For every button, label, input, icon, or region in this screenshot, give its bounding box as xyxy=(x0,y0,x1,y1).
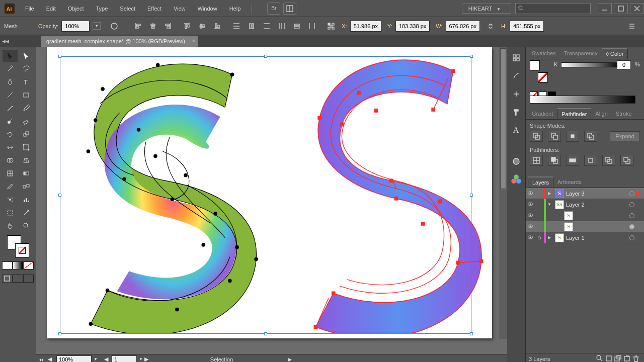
graphic-styles-panel-icon[interactable] xyxy=(510,173,523,186)
exclude-button[interactable] xyxy=(584,131,597,142)
tab-swatches[interactable]: Swatches xyxy=(528,48,560,58)
color-fill-stroke[interactable] xyxy=(530,60,548,82)
shape-builder-tool[interactable] xyxy=(3,154,18,166)
h-field[interactable]: 451.555 px xyxy=(510,21,544,32)
intersect-button[interactable] xyxy=(566,131,579,142)
paintbrush-tool[interactable] xyxy=(3,102,18,114)
blob-brush-tool[interactable] xyxy=(3,115,18,127)
visibility-toggle[interactable] xyxy=(526,212,535,219)
mesh-tool[interactable] xyxy=(3,167,18,179)
menu-help[interactable]: Help xyxy=(223,0,247,17)
new-sublayer-icon[interactable] xyxy=(614,354,623,363)
tab-transparency[interactable]: Transparency xyxy=(560,48,602,58)
document-tab[interactable]: gradient mesh_complex shape* @ 100% (RGB… xyxy=(41,36,198,47)
paragraph-panel-icon[interactable] xyxy=(510,106,523,119)
align-panel-icon[interactable] xyxy=(510,51,523,64)
dist-hcenter-icon[interactable] xyxy=(291,21,303,32)
rotate-tool[interactable] xyxy=(3,128,18,140)
close-tab-icon[interactable]: × xyxy=(192,38,195,44)
layer-name[interactable]: Layer 2 xyxy=(566,202,628,208)
brushes-panel-icon[interactable] xyxy=(510,69,523,82)
x-field[interactable]: 51.986 px xyxy=(350,21,381,32)
crop-button[interactable] xyxy=(584,155,597,166)
pencil-tool[interactable] xyxy=(19,102,34,114)
canvas-area[interactable]: ⏮ ◀ 100% ▼ ◀ 1 ▼ ▶ Selection ▶ xyxy=(36,47,507,362)
scale-tool[interactable] xyxy=(19,128,34,140)
slice-tool[interactable] xyxy=(19,207,34,219)
line-tool[interactable] xyxy=(3,89,18,101)
recolor-icon[interactable] xyxy=(108,21,120,32)
target-icon[interactable] xyxy=(629,235,634,240)
hand-tool[interactable] xyxy=(3,220,18,232)
menu-view[interactable]: View xyxy=(168,0,192,17)
zoom-tool[interactable] xyxy=(19,220,34,232)
delete-layer-icon[interactable] xyxy=(632,354,641,363)
eraser-tool[interactable] xyxy=(19,115,34,127)
lock-toggle[interactable] xyxy=(535,234,544,241)
layer-row[interactable]: S xyxy=(526,221,644,232)
visibility-toggle[interactable] xyxy=(526,190,535,197)
zoom-field[interactable]: 100% xyxy=(56,355,92,363)
zoom-dropdown[interactable]: ▼ xyxy=(94,357,98,361)
tab-align[interactable]: Align xyxy=(591,109,611,119)
transform-ref-icon[interactable] xyxy=(325,21,337,32)
target-icon[interactable] xyxy=(629,224,634,229)
layer-row[interactable]: ▶SLayer 1 xyxy=(526,232,644,243)
dist-top-icon[interactable] xyxy=(230,21,243,32)
arrange-docs-button[interactable] xyxy=(283,3,296,15)
width-tool[interactable] xyxy=(3,141,18,153)
pen-tool[interactable] xyxy=(3,76,18,88)
align-right-icon[interactable] xyxy=(162,21,174,32)
direct-selection-tool[interactable] xyxy=(19,50,34,62)
menu-object[interactable]: Object xyxy=(62,0,90,17)
gradient-tool[interactable] xyxy=(19,167,34,179)
divide-button[interactable] xyxy=(530,155,543,166)
artboard-field[interactable]: 1 xyxy=(112,355,137,363)
artboard-prev-icon[interactable]: ◀ xyxy=(103,356,110,362)
twirl-icon[interactable]: ▼ xyxy=(546,202,553,207)
y-field[interactable]: 103.338 px xyxy=(395,21,430,32)
merge-button[interactable] xyxy=(566,155,579,166)
align-vcenter-icon[interactable] xyxy=(196,21,208,32)
tab-pathfinder[interactable]: Pathfinder xyxy=(557,108,591,119)
vertical-scrollbar[interactable] xyxy=(499,47,507,339)
dist-left-icon[interactable] xyxy=(276,21,288,32)
controlbar-menu-icon[interactable] xyxy=(626,21,638,32)
target-icon[interactable] xyxy=(629,191,634,196)
new-layer-icon[interactable] xyxy=(623,354,632,363)
menu-edit[interactable]: Edit xyxy=(40,0,62,17)
color-mode-strip[interactable] xyxy=(2,261,34,269)
visibility-toggle[interactable] xyxy=(526,223,535,230)
menu-window[interactable]: Window xyxy=(192,0,223,17)
bridge-button[interactable]: Br xyxy=(267,3,280,15)
color-slider[interactable] xyxy=(561,62,621,67)
align-hcenter-icon[interactable] xyxy=(147,21,159,32)
target-icon[interactable] xyxy=(629,213,634,218)
screen-mode-strip[interactable] xyxy=(2,275,34,283)
artboard-tool[interactable] xyxy=(3,207,18,219)
tab-color[interactable]: ◊ Color xyxy=(602,48,628,59)
menu-effect[interactable]: Effect xyxy=(141,0,168,17)
workspace-switcher[interactable]: HIKEART ▼ xyxy=(462,4,511,14)
dist-right-icon[interactable] xyxy=(306,21,318,32)
layer-row[interactable]: ▼SSLayer 2 xyxy=(526,199,644,210)
status-flyout-icon[interactable]: ▶ xyxy=(288,357,292,362)
layer-name[interactable]: Layer 3 xyxy=(566,191,628,197)
minus-back-button[interactable] xyxy=(620,155,633,166)
dist-bottom-icon[interactable] xyxy=(261,21,273,32)
layer-row[interactable]: S xyxy=(526,210,644,221)
menu-type[interactable]: Type xyxy=(90,0,114,17)
column-graph-tool[interactable] xyxy=(19,194,34,206)
prev-artboard-icon[interactable]: ◀ xyxy=(45,356,54,362)
tab-stroke[interactable]: Stroke xyxy=(612,109,636,119)
tab-gradient[interactable]: Gradient xyxy=(528,109,557,119)
opacity-field[interactable]: 100% xyxy=(61,21,90,32)
twirl-icon[interactable]: ▶ xyxy=(546,235,553,240)
unite-button[interactable] xyxy=(530,131,543,142)
minus-front-button[interactable] xyxy=(548,131,561,142)
layer-name[interactable]: Layer 1 xyxy=(566,235,628,241)
tab-layers[interactable]: Layers xyxy=(528,176,553,188)
dist-vcenter-icon[interactable] xyxy=(246,21,258,32)
fill-stroke-swatch[interactable] xyxy=(7,235,29,257)
locate-object-icon[interactable] xyxy=(596,354,605,363)
